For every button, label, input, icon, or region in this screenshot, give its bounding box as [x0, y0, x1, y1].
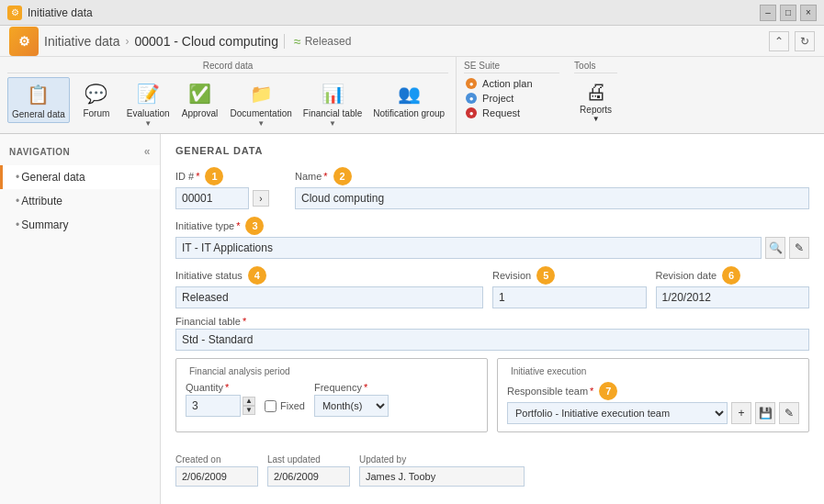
quantity-required: *	[225, 382, 229, 393]
ribbon-item-documentation[interactable]: 📁 Documentation ▼	[227, 77, 296, 129]
id-group: ID # * 1 ›	[175, 167, 286, 209]
content-header: GENERAL DATA	[175, 145, 809, 156]
created-on-label: Created on	[175, 454, 258, 465]
responsible-team-badge: 7	[599, 382, 617, 400]
sidebar-title: NAVIGATION	[9, 147, 70, 157]
evaluation-label: Evaluation	[127, 108, 170, 119]
breadcrumb-right[interactable]: ⌃ ↻	[769, 31, 815, 51]
updated-by-group: Updated by	[359, 454, 525, 487]
refresh-button[interactable]: ↻	[795, 31, 815, 51]
breadcrumb-current: 00001 - Cloud computing	[135, 34, 278, 49]
app-logo: ⚙	[9, 27, 39, 56]
id-input[interactable]	[175, 187, 249, 209]
financial-analysis-legend: Financial analysis period	[186, 366, 478, 376]
id-nav-next-button[interactable]: ›	[253, 190, 269, 207]
quantity-input[interactable]	[186, 395, 241, 417]
ribbon-tools-label: Tools	[574, 61, 617, 73]
ribbon-item-notification-group[interactable]: 👥 Notification group	[369, 77, 448, 121]
initiative-type-label: Initiative type * 3	[175, 217, 809, 235]
ribbon-group-label-record: Record data	[7, 61, 448, 73]
initiative-status-badge: 4	[248, 266, 266, 285]
ribbon-item-approval[interactable]: ✅ Approval	[177, 77, 223, 121]
responsible-team-edit-button[interactable]: 💾	[755, 402, 775, 424]
fixed-checkbox[interactable]	[265, 400, 277, 412]
fixed-group: Fixed	[265, 400, 305, 412]
documentation-dropdown-arrow: ▼	[257, 119, 265, 128]
nav-back-button[interactable]: ⌃	[769, 31, 789, 51]
breadcrumb-separator: ›	[126, 35, 130, 48]
title-bar-controls[interactable]: – □ ×	[760, 5, 817, 21]
maximize-button[interactable]: □	[780, 5, 796, 21]
ribbon-group-se-suite: SE Suite ● Action plan ● Project ● Reque…	[457, 57, 567, 133]
responsible-team-delete-button[interactable]: ✎	[779, 402, 799, 424]
breadcrumb-root[interactable]: Initiative data	[44, 34, 120, 49]
responsible-team-add-button[interactable]: +	[731, 402, 751, 424]
ribbon-groups: Record data 📋 General data 💬 Forum 📝 Eva…	[0, 57, 824, 133]
quantity-up-button[interactable]: ▲	[243, 397, 255, 406]
frequency-label: Frequency *	[314, 382, 389, 393]
name-badge: 2	[333, 167, 352, 185]
initiative-type-edit-button[interactable]: ✎	[789, 237, 809, 259]
initiative-type-search-button[interactable]: 🔍	[765, 237, 785, 259]
revision-date-input[interactable]	[656, 286, 810, 308]
created-on-group: Created on	[175, 454, 258, 487]
initiative-type-input[interactable]	[175, 237, 762, 259]
notification-group-icon: 👥	[394, 79, 423, 108]
reports-icon: 🖨	[585, 79, 607, 105]
financial-table-input[interactable]	[175, 329, 809, 351]
last-updated-input	[267, 466, 350, 487]
quantity-down-button[interactable]: ▼	[243, 406, 255, 415]
quantity-stepper[interactable]: ▲ ▼	[243, 397, 255, 415]
responsible-team-select[interactable]: Portfolio - Initiative execution team	[507, 402, 728, 424]
quantity-group: Quantity * ▲ ▼	[186, 382, 255, 417]
name-input[interactable]	[295, 187, 809, 209]
last-updated-group: Last updated	[267, 454, 350, 487]
ribbon-se-request[interactable]: ● Request	[464, 106, 559, 119]
two-fieldsets-row: Financial analysis period Quantity * ▲ ▼	[175, 358, 809, 440]
ribbon-item-financial-table[interactable]: 📊 Financial table ▼	[299, 77, 366, 129]
footer-row: Created on Last updated Updated by	[175, 454, 809, 487]
action-plan-label: Action plan	[482, 78, 532, 89]
app-icon: ⚙	[7, 6, 22, 20]
frequency-required: *	[364, 382, 367, 393]
frequency-group: Frequency * Month(s) Year(s) Quarter(s)	[314, 382, 389, 417]
name-label: Name * 2	[295, 167, 809, 185]
documentation-icon: 📁	[246, 79, 276, 108]
ribbon-se-label: SE Suite	[464, 61, 559, 73]
sidebar-item-summary[interactable]: Summary	[0, 213, 160, 237]
sidebar-item-attribute[interactable]: Attribute	[0, 189, 160, 213]
initiative-execution-legend: Initiative execution	[507, 366, 799, 376]
ribbon-item-evaluation[interactable]: 📝 Evaluation ▼	[123, 77, 174, 129]
ribbon-group-record-data: Record data 📋 General data 💬 Forum 📝 Eva…	[0, 57, 457, 133]
revision-badge: 5	[536, 266, 555, 285]
sidebar-item-general-data[interactable]: General data	[0, 165, 160, 189]
sidebar: NAVIGATION « General data Attribute Summ…	[0, 134, 161, 504]
documentation-label: Documentation	[231, 108, 292, 119]
id-input-row: ›	[175, 187, 286, 209]
action-plan-dot: ●	[466, 78, 477, 89]
ribbon-item-forum[interactable]: 💬 Forum	[73, 77, 119, 121]
approval-label: Approval	[182, 108, 218, 119]
ribbon-tools-reports[interactable]: 🖨 Reports ▼	[574, 77, 617, 125]
ribbon-group-tools: Tools 🖨 Reports ▼	[567, 57, 625, 133]
revision-input[interactable]	[492, 286, 647, 308]
reports-dropdown-arrow: ▼	[593, 115, 600, 123]
id-name-row: ID # * 1 › Name * 2	[175, 167, 809, 209]
created-on-input	[175, 466, 258, 487]
ribbon-se-project[interactable]: ● Project	[464, 92, 559, 105]
breadcrumb-bar: ⚙ Initiative data › 00001 - Cloud comput…	[0, 26, 824, 57]
close-button[interactable]: ×	[800, 5, 817, 21]
ribbon-items-record: 📋 General data 💬 Forum 📝 Evaluation ▼ ✅ …	[7, 77, 448, 129]
responsible-team-required: *	[590, 386, 593, 397]
financial-analysis-row: Quantity * ▲ ▼ Fixed	[186, 382, 478, 417]
sidebar-item-attribute-label: Attribute	[21, 195, 62, 207]
sidebar-collapse-button[interactable]: «	[144, 145, 151, 158]
ribbon-se-action-plan[interactable]: ● Action plan	[464, 77, 559, 90]
ribbon-item-general-data[interactable]: 📋 General data	[7, 77, 70, 123]
content-area: GENERAL DATA ID # * 1 › Name * 2	[161, 134, 824, 504]
sidebar-item-general-data-label: General data	[21, 171, 85, 184]
initiative-status-input[interactable]	[175, 286, 483, 308]
financial-table-icon: 📊	[318, 79, 347, 108]
minimize-button[interactable]: –	[760, 5, 776, 21]
frequency-select[interactable]: Month(s) Year(s) Quarter(s)	[314, 395, 389, 417]
